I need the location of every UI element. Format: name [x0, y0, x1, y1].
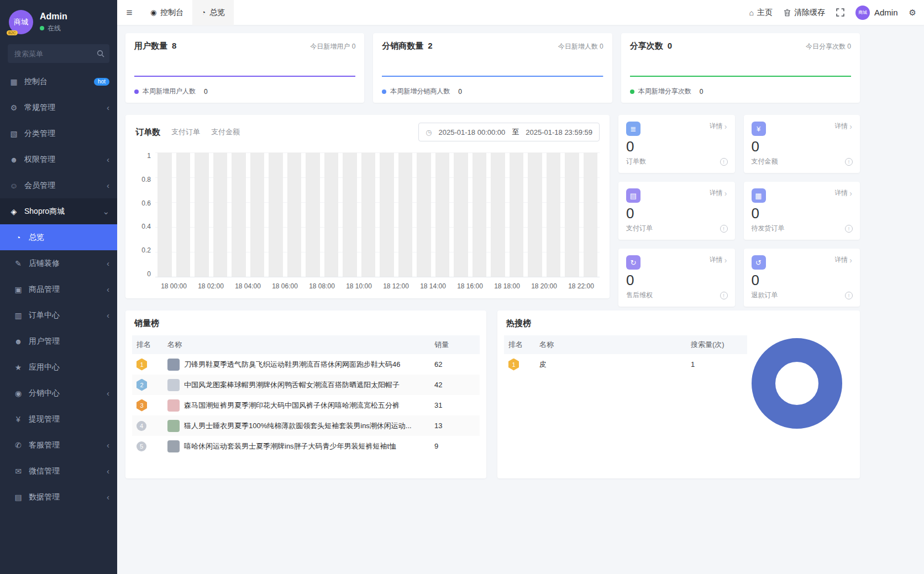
sidebar-item-5[interactable]: ◈Shopro商城⌄ — [0, 198, 117, 224]
detail-link[interactable]: 详情› — [834, 255, 852, 265]
info-icon[interactable]: ! — [845, 158, 853, 166]
user-menu[interactable]: 商城 Admin — [855, 6, 898, 20]
chart-bar — [195, 152, 209, 277]
x-axis-labels: 18 00:0018 02:0018 04:0018 06:0018 08:00… — [155, 282, 600, 290]
product-name[interactable]: 森马国潮短裤男夏季潮印花大码中国风裤子休闲嘻哈潮流宽松五分裤 — [184, 401, 400, 410]
menu-search — [8, 44, 109, 63]
menu-search-input[interactable] — [8, 44, 109, 63]
sales-count: 31 — [430, 395, 480, 415]
sidebar-item-label: 分类管理 — [24, 129, 109, 139]
product-name[interactable]: 刀锋男鞋夏季透气防臭飞织运动鞋男潮流百搭休闲网面跑步鞋大码46 — [184, 360, 400, 370]
sidebar-item-3[interactable]: ☻权限管理‹ — [0, 146, 117, 172]
aftersale-icon: ↻ — [626, 255, 641, 270]
product-name[interactable]: 中国风龙图案棒球帽男潮牌休闲鸭舌帽女潮流百搭防晒遮阳太阳帽子 — [184, 380, 400, 390]
chevron-right-icon: › — [725, 256, 727, 265]
info-icon[interactable]: ! — [845, 225, 853, 233]
sidebar-item-8[interactable]: ▣商品管理‹ — [0, 276, 117, 302]
product-name[interactable]: 猫人男士睡衣男夏季100%纯棉薄款圆领套头短袖套装男ins潮休闲运动... — [184, 421, 412, 431]
date-from[interactable]: 2025-01-18 00:00:00 — [439, 128, 506, 136]
order-count-icon: ≣ — [626, 122, 641, 136]
detail-link[interactable]: 详情› — [710, 188, 727, 198]
sidebar-item-label: 微信管理 — [29, 466, 101, 476]
chevron-left-icon: ‹ — [107, 285, 109, 294]
hamburger-menu-icon[interactable]: ≡ — [117, 7, 141, 19]
col-header-count: 搜索量(次) — [686, 335, 747, 354]
chart-bar — [213, 152, 228, 277]
sidebar-item-9[interactable]: ▥订单中心‹ — [0, 302, 117, 328]
home-label: 主页 — [757, 8, 773, 18]
hot-search-title: 热搜榜 — [497, 318, 860, 335]
tab-label: 总览 — [209, 8, 225, 18]
sidebar-item-13[interactable]: ¥提现管理 — [0, 406, 117, 432]
stat-title: 用户数量 — [134, 41, 167, 50]
sidebar-item-label: 订单中心 — [29, 310, 101, 320]
home-button[interactable]: ⌂ 主页 — [749, 8, 773, 18]
pay-order-icon: ▤ — [626, 188, 641, 203]
chevron-left-icon: ‹ — [107, 492, 109, 502]
tab-console[interactable]: ◉ 控制台 — [141, 0, 192, 25]
detail-link[interactable]: 详情› — [710, 122, 727, 131]
sidebar-item-0[interactable]: ▦控制台hot — [0, 69, 117, 94]
info-icon[interactable]: ! — [720, 225, 728, 233]
y-axis-label: 1 — [147, 152, 151, 159]
detail-link[interactable]: 详情› — [834, 122, 852, 131]
date-range-picker[interactable]: ◷ 2025-01-18 00:00:00 至 2025-01-18 23:59… — [418, 123, 600, 141]
chevron-left-icon: ‹ — [107, 103, 109, 112]
mini-stat-label: 支付订单 — [626, 224, 727, 233]
y-axis-label: 0 — [147, 271, 151, 277]
home-icon: ⌂ — [749, 8, 754, 17]
refund-icon: ↺ — [752, 255, 766, 270]
stat-today-label: 今日新增人数 0 — [558, 42, 603, 51]
table-header-row: 排名 名称 销量 — [132, 335, 480, 354]
hot-search-table: 排名 名称 搜索量(次) 1皮1 — [504, 335, 747, 375]
sidebar-item-12[interactable]: ◉分销中心‹ — [0, 380, 117, 406]
sidebar-item-14[interactable]: ✆客服管理‹ — [0, 432, 117, 458]
mini-card-header: ↺详情› — [752, 255, 853, 270]
stat-week-row: 本周新增分销商人数0 — [382, 87, 603, 96]
mini-card-header: ▤详情› — [626, 188, 727, 203]
tab-overview[interactable]: ◔ 总览 — [192, 0, 234, 25]
tab-pay-orders[interactable]: 支付订单 — [171, 127, 200, 137]
fullscreen-icon[interactable] — [836, 8, 844, 17]
pay-amount-icon: ¥ — [752, 122, 766, 136]
order-chart-card: 订单数 支付订单 支付金额 ◷ 2025-01-18 00:00:00 至 20… — [125, 115, 610, 298]
chart-bar — [473, 152, 487, 277]
sidebar-item-11[interactable]: ★应用中心 — [0, 354, 117, 380]
x-axis-label: 18 22:00 — [563, 282, 600, 290]
date-to[interactable]: 2025-01-18 23:59:59 — [526, 128, 592, 136]
sidebar-item-15[interactable]: ✉微信管理‹ — [0, 458, 117, 484]
sales-count: 42 — [430, 375, 480, 395]
sidebar-item-2[interactable]: ▧分类管理 — [0, 120, 117, 146]
rank-badge: 1 — [508, 359, 519, 371]
sales-table-row: 5嘻哈休闲运动套装男士夏季潮牌ins胖子大码青少年男装短裤短袖t恤9 — [132, 436, 480, 456]
product-name[interactable]: 嘻哈休闲运动套装男士夏季潮牌ins胖子大码青少年男装短裤短袖t恤 — [184, 441, 396, 451]
sidebar-item-10[interactable]: ☻用户管理 — [0, 328, 117, 354]
mini-stat-label: 订单数 — [626, 157, 727, 166]
chevron-left-icon: ‹ — [107, 155, 109, 164]
stat-value: 8 — [172, 41, 176, 50]
mini-card-header: ¥详情› — [752, 122, 853, 136]
chart-bar — [547, 152, 561, 277]
settings-gear-icon[interactable]: ⚙ — [909, 8, 916, 18]
sidebar-item-16[interactable]: ▤数据管理‹ — [0, 484, 117, 510]
clear-cache-button[interactable]: 清除缓存 — [784, 8, 825, 18]
detail-link[interactable]: 详情› — [710, 255, 727, 265]
chart-bar — [287, 152, 302, 277]
info-icon[interactable]: ! — [720, 158, 728, 166]
sidebar-item-6[interactable]: ◔总览 — [0, 224, 117, 250]
avatar[interactable]: 商城 B2C — [9, 10, 33, 34]
detail-link[interactable]: 详情› — [834, 188, 852, 198]
info-icon[interactable]: ! — [845, 292, 853, 299]
chart-bar — [361, 152, 376, 277]
sidebar-item-4[interactable]: ☺会员管理‹ — [0, 172, 117, 198]
sidebar-item-1[interactable]: ⚙常规管理‹ — [0, 94, 117, 120]
info-icon[interactable]: ! — [720, 292, 728, 299]
tab-pay-amount[interactable]: 支付金额 — [211, 127, 240, 137]
order-card-header: 订单数 支付订单 支付金额 ◷ 2025-01-18 00:00:00 至 20… — [135, 123, 600, 141]
sidebar-item-7[interactable]: ✎店铺装修‹ — [0, 250, 117, 276]
mini-stat-value: 0 — [626, 138, 727, 155]
hot-search-donut-chart — [752, 338, 842, 429]
chart-bar — [232, 152, 246, 277]
chevron-right-icon: › — [849, 189, 852, 198]
keyword-name[interactable]: 皮 — [539, 360, 547, 368]
